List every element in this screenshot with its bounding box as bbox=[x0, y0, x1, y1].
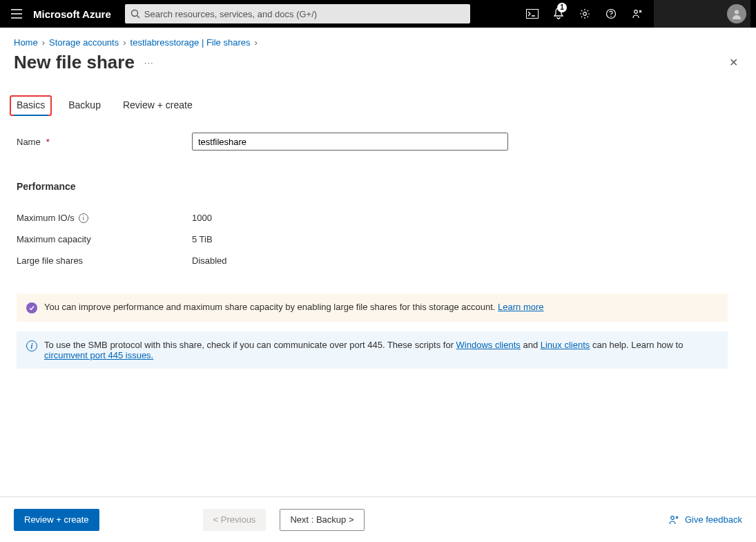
chevron-right-icon: › bbox=[123, 37, 126, 48]
header-icon-group: 1 bbox=[520, 0, 650, 28]
name-label: Name* bbox=[17, 137, 192, 147]
breadcrumb: Home › Storage accounts › testlabresstor… bbox=[0, 28, 756, 50]
basics-form: Name* Performance Maximum IO/s i 1000 Ma… bbox=[0, 116, 525, 271]
svg-point-8 bbox=[671, 516, 675, 519]
chevron-right-icon: › bbox=[254, 37, 257, 48]
tab-bar: Basics Backup Review + create bbox=[0, 80, 756, 116]
avatar-icon bbox=[727, 4, 746, 23]
breadcrumb-storage-accounts[interactable]: Storage accounts bbox=[49, 37, 119, 48]
chevron-right-icon: › bbox=[42, 37, 45, 48]
learn-more-link[interactable]: Learn more bbox=[498, 302, 543, 312]
large-shares-value: Disabled bbox=[192, 255, 227, 266]
feedback-icon bbox=[668, 514, 679, 525]
svg-point-3 bbox=[583, 12, 587, 16]
info-text-2: and bbox=[523, 340, 540, 350]
close-icon[interactable]: ✕ bbox=[725, 52, 742, 73]
performance-heading: Performance bbox=[17, 181, 508, 192]
wizard-footer: Review + create < Previous Next : Backup… bbox=[0, 496, 756, 542]
tab-review-create[interactable]: Review + create bbox=[122, 95, 194, 116]
required-marker: * bbox=[46, 137, 50, 147]
tab-basics[interactable]: Basics bbox=[14, 95, 48, 116]
next-button[interactable]: Next : Backup > bbox=[280, 509, 364, 531]
tip-banner: You can improve performance and maximum … bbox=[17, 293, 728, 322]
search-icon bbox=[130, 9, 140, 19]
max-io-label: Maximum IO/s i bbox=[17, 213, 192, 223]
search-input[interactable] bbox=[144, 9, 465, 19]
svg-point-0 bbox=[131, 10, 137, 17]
brand-label: Microsoft Azure bbox=[33, 8, 111, 20]
page-title: New file share bbox=[14, 52, 135, 73]
notifications-icon[interactable]: 1 bbox=[546, 0, 571, 28]
circumvent-port-link[interactable]: circumvent port 445 issues. bbox=[44, 350, 153, 360]
max-capacity-label: Maximum capacity bbox=[17, 234, 192, 244]
help-icon[interactable] bbox=[599, 0, 623, 28]
max-capacity-value: 5 TiB bbox=[192, 234, 213, 244]
svg-point-7 bbox=[735, 10, 739, 14]
svg-line-1 bbox=[137, 16, 139, 19]
windows-clients-link[interactable]: Windows clients bbox=[456, 340, 521, 350]
top-header: Microsoft Azure 1 bbox=[0, 0, 756, 28]
account-block[interactable] bbox=[654, 0, 750, 28]
give-feedback-link[interactable]: Give feedback bbox=[668, 514, 742, 525]
info-banner: i To use the SMB protocol with this shar… bbox=[17, 331, 728, 369]
info-text-1: To use the SMB protocol with this share,… bbox=[44, 340, 456, 350]
large-shares-label: Large file shares bbox=[17, 255, 192, 266]
global-search[interactable] bbox=[125, 4, 470, 23]
title-bar: New file share ··· ✕ bbox=[0, 50, 756, 80]
review-create-button[interactable]: Review + create bbox=[14, 509, 99, 531]
info-text-3: can help. Learn how to bbox=[592, 340, 684, 350]
notification-badge: 1 bbox=[557, 3, 567, 12]
info-icon: i bbox=[26, 340, 37, 351]
linux-clients-link[interactable]: Linux clients bbox=[541, 340, 590, 350]
tip-icon bbox=[26, 302, 37, 313]
info-icon[interactable]: i bbox=[79, 213, 88, 223]
name-input[interactable] bbox=[192, 133, 508, 151]
previous-button: < Previous bbox=[203, 509, 266, 531]
svg-rect-2 bbox=[527, 10, 539, 19]
hamburger-menu-icon[interactable] bbox=[6, 3, 28, 25]
more-actions-icon[interactable]: ··· bbox=[144, 57, 154, 68]
svg-point-6 bbox=[634, 10, 638, 14]
feedback-person-icon[interactable] bbox=[625, 0, 650, 28]
tab-backup[interactable]: Backup bbox=[67, 95, 102, 116]
cloud-shell-icon[interactable] bbox=[520, 0, 545, 28]
breadcrumb-file-shares[interactable]: testlabresstorage | File shares bbox=[130, 37, 251, 48]
settings-gear-icon[interactable] bbox=[572, 0, 597, 28]
max-io-value: 1000 bbox=[192, 213, 212, 223]
breadcrumb-home[interactable]: Home bbox=[14, 37, 38, 48]
svg-point-5 bbox=[610, 16, 612, 17]
tip-text: You can improve performance and maximum … bbox=[44, 302, 498, 312]
